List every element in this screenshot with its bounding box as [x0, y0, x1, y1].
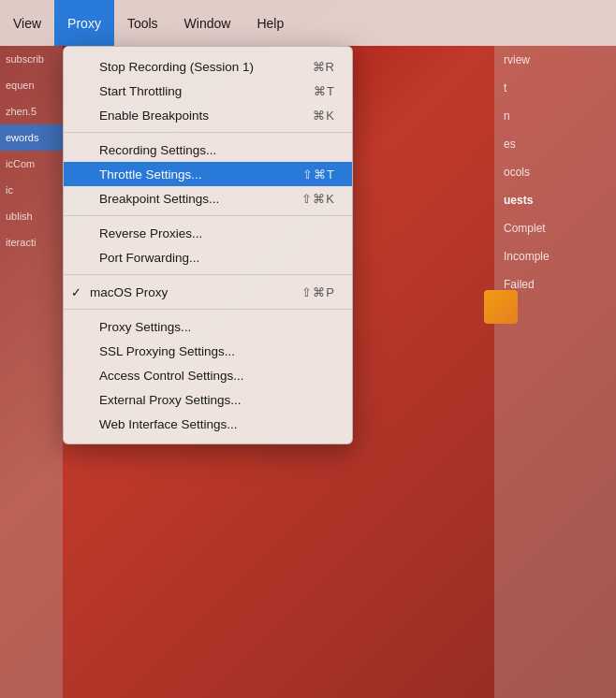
left-panel-item-7: iteracti — [0, 229, 63, 255]
menu-item-label-start-throttling: Start Throttling — [81, 84, 182, 98]
right-panel-item-0: rview — [494, 46, 616, 74]
menu-item-text-proxy-settings: Proxy Settings... — [99, 320, 191, 334]
menu-item-web-interface[interactable]: Web Interface Settings... — [64, 412, 352, 436]
menu-item-throttle-settings[interactable]: Throttle Settings...⇧⌘T — [64, 162, 352, 186]
menu-item-text-reverse-proxies: Reverse Proxies... — [99, 226, 202, 240]
right-panel-item-6: Complet — [494, 214, 616, 242]
shortcut-macos-proxy: ⇧⌘P — [301, 285, 335, 299]
menu-item-label-web-interface: Web Interface Settings... — [81, 417, 238, 431]
menu-item-label-proxy-settings: Proxy Settings... — [81, 320, 191, 334]
right-panel-item-4: ocols — [494, 158, 616, 186]
menu-item-text-port-forwarding: Port Forwarding... — [99, 251, 199, 265]
menu-item-proxy[interactable]: Proxy — [54, 0, 114, 46]
right-panel-item-7: Incomple — [494, 242, 616, 270]
menu-item-recording-settings[interactable]: Recording Settings... — [64, 138, 352, 162]
menu-item-label-enable-breakpoints: Enable Breakpoints — [81, 109, 209, 123]
menu-item-text-throttle-settings: Throttle Settings... — [99, 167, 202, 182]
left-panel-item-3: ewords — [0, 124, 63, 151]
check-mark-macos-proxy: ✓ — [71, 285, 84, 299]
menu-bar: ViewProxyToolsWindowHelp — [0, 0, 616, 46]
menu-item-ssl-proxying[interactable]: SSL Proxying Settings... — [64, 339, 352, 363]
menu-item-label-macos-proxy: ✓macOS Proxy — [71, 285, 168, 299]
menu-section-advanced: Proxy Settings...SSL Proxying Settings..… — [64, 309, 352, 439]
menu-item-text-enable-breakpoints: Enable Breakpoints — [99, 109, 209, 123]
right-panel-item-3: es — [494, 130, 616, 158]
right-panel: rviewtnesocolsuestsCompletIncompleFailed — [494, 46, 616, 698]
menu-section-settings: Recording Settings...Throttle Settings..… — [64, 132, 352, 213]
shortcut-start-throttling: ⌘T — [314, 84, 335, 98]
menu-item-help[interactable]: Help — [243, 0, 297, 46]
right-panel-item-1: t — [494, 74, 616, 102]
menu-item-text-start-throttling: Start Throttling — [99, 84, 182, 98]
menu-item-label-recording-settings: Recording Settings... — [81, 143, 216, 157]
left-panel-item-5: ic — [0, 177, 63, 203]
menu-item-breakpoint-settings[interactable]: Breakpoint Settings...⇧⌘K — [64, 186, 352, 211]
menu-item-text-access-control: Access Control Settings... — [99, 369, 244, 383]
left-panel-item-6: ublish — [0, 203, 63, 229]
menu-item-enable-breakpoints[interactable]: Enable Breakpoints⌘K — [64, 103, 352, 127]
menu-item-start-throttling[interactable]: Start Throttling⌘T — [64, 79, 352, 103]
menu-item-stop-recording[interactable]: Stop Recording (Session 1)⌘R — [64, 54, 352, 79]
menu-item-label-throttle-settings: Throttle Settings... — [81, 167, 202, 182]
menu-item-tools[interactable]: Tools — [114, 0, 171, 46]
proxy-dropdown-menu: Stop Recording (Session 1)⌘RStart Thrott… — [63, 46, 353, 444]
menu-item-reverse-proxies[interactable]: Reverse Proxies... — [64, 221, 352, 245]
menu-section-macos: ✓macOS Proxy⇧⌘P — [64, 274, 352, 307]
menu-item-text-recording-settings: Recording Settings... — [99, 143, 216, 157]
left-panel-item-4: icCom — [0, 151, 63, 177]
right-panel-item-5: uests — [494, 186, 616, 214]
menu-item-view[interactable]: View — [0, 0, 54, 46]
menu-item-macos-proxy[interactable]: ✓macOS Proxy⇧⌘P — [64, 280, 352, 304]
menu-item-label-reverse-proxies: Reverse Proxies... — [81, 226, 202, 240]
menu-item-label-port-forwarding: Port Forwarding... — [81, 251, 199, 265]
menu-item-port-forwarding[interactable]: Port Forwarding... — [64, 245, 352, 269]
menu-item-label-external-proxy: External Proxy Settings... — [81, 393, 242, 407]
menu-item-external-proxy[interactable]: External Proxy Settings... — [64, 387, 352, 412]
left-panel-item-0: subscrib — [0, 46, 63, 72]
left-panel-item-1: equen — [0, 72, 63, 98]
menu-item-access-control[interactable]: Access Control Settings... — [64, 363, 352, 387]
menu-section-proxies: Reverse Proxies...Port Forwarding... — [64, 215, 352, 272]
menu-item-proxy-settings[interactable]: Proxy Settings... — [64, 314, 352, 339]
menu-section-recording: Stop Recording (Session 1)⌘RStart Thrott… — [64, 51, 352, 130]
left-panel-item-2: zhen.5 — [0, 98, 63, 124]
menu-item-text-stop-recording: Stop Recording (Session 1) — [99, 60, 254, 74]
shortcut-breakpoint-settings: ⇧⌘K — [301, 192, 335, 206]
left-panel: subscribequenzhen.5ewordsicComicublishit… — [0, 46, 63, 698]
shortcut-throttle-settings: ⇧⌘T — [302, 167, 335, 182]
menu-item-text-external-proxy: External Proxy Settings... — [99, 393, 242, 407]
menu-item-window[interactable]: Window — [171, 0, 244, 46]
menu-item-label-breakpoint-settings: Breakpoint Settings... — [81, 192, 219, 206]
menu-item-text-ssl-proxying: SSL Proxying Settings... — [99, 344, 235, 358]
menu-item-label-access-control: Access Control Settings... — [81, 369, 244, 383]
shortcut-stop-recording: ⌘R — [313, 60, 335, 74]
right-panel-item-2: n — [494, 102, 616, 130]
menu-item-text-macos-proxy: macOS Proxy — [90, 285, 168, 299]
menu-item-label-stop-recording: Stop Recording (Session 1) — [81, 60, 254, 74]
menu-item-text-breakpoint-settings: Breakpoint Settings... — [99, 192, 219, 206]
menu-item-label-ssl-proxying: SSL Proxying Settings... — [81, 344, 235, 358]
menu-item-text-web-interface: Web Interface Settings... — [99, 417, 238, 431]
shortcut-enable-breakpoints: ⌘K — [313, 109, 335, 123]
orange-indicator — [484, 290, 518, 324]
